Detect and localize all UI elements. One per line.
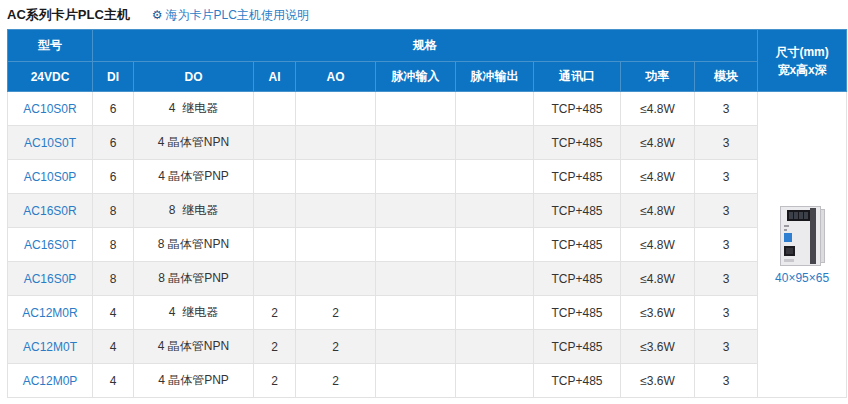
cell-model: AC10S0P [8, 160, 93, 194]
header-pulse-in: 脉冲输入 [376, 62, 456, 92]
model-link[interactable]: AC16S0T [24, 238, 76, 252]
cell-model: AC12M0R [8, 296, 93, 330]
usage-doc-link-label: 海为卡片PLC主机使用说明 [166, 7, 309, 24]
cell-do: 4 晶体管NPN [134, 330, 254, 364]
cell-ao [296, 194, 376, 228]
cell-power: ≤4.8W [621, 92, 695, 126]
cell-di: 8 [93, 194, 134, 228]
cell-ai: 2 [254, 296, 296, 330]
cell-comm: TCP+485 [534, 92, 621, 126]
cell-ai: 2 [254, 364, 296, 398]
cell-di: 4 [93, 364, 134, 398]
cell-di: 4 [93, 296, 134, 330]
cell-model: AC12M0T [8, 330, 93, 364]
header-do: DO [134, 62, 254, 92]
cell-do: 4 晶体管NPN [134, 126, 254, 160]
page-title: AC系列卡片PLC主机 [7, 6, 130, 24]
header-ao: AO [296, 62, 376, 92]
cell-model: AC16S0P [8, 262, 93, 296]
cell-ai [254, 126, 296, 160]
cell-di: 8 [93, 262, 134, 296]
cell-ai [254, 194, 296, 228]
header-ai: AI [254, 62, 296, 92]
cell-power: ≤3.6W [621, 364, 695, 398]
cell-model: AC10S0R [8, 92, 93, 126]
cell-ao [296, 160, 376, 194]
cell-ao: 2 [296, 364, 376, 398]
header-dimension: 尺寸(mm) 宽x高x深 [758, 30, 847, 92]
cell-comm: TCP+485 [534, 160, 621, 194]
cell-pulse-in [376, 160, 456, 194]
cell-module: 3 [695, 262, 758, 296]
plc-product-image [758, 205, 846, 267]
cell-ai [254, 228, 296, 262]
cell-do: 8 继电器 [134, 194, 254, 228]
gear-icon: ⚙ [152, 9, 163, 21]
cell-ao: 2 [296, 296, 376, 330]
cell-module: 3 [695, 194, 758, 228]
cell-do: 4 继电器 [134, 296, 254, 330]
topbar: AC系列卡片PLC主机 ⚙ 海为卡片PLC主机使用说明 [0, 0, 848, 29]
cell-power: ≤4.8W [621, 126, 695, 160]
model-link[interactable]: AC12M0R [22, 306, 77, 320]
cell-ai [254, 160, 296, 194]
model-link[interactable]: AC16S0P [24, 272, 77, 286]
cell-pulse-in [376, 296, 456, 330]
cell-comm: TCP+485 [534, 364, 621, 398]
header-module: 模块 [695, 62, 758, 92]
cell-model: AC10S0T [8, 126, 93, 160]
cell-pulse-in [376, 262, 456, 296]
header-24vdc: 24VDC [8, 62, 93, 92]
cell-pulse-in [376, 126, 456, 160]
table-row: AC12M0R 4 4 继电器 2 2 TCP+485 ≤3.6W 3 [8, 296, 847, 330]
table-row: AC16S0P 8 8 晶体管PNP TCP+485 ≤4.8W 3 [8, 262, 847, 296]
cell-module: 3 [695, 92, 758, 126]
cell-pulse-in [376, 364, 456, 398]
cell-ai [254, 262, 296, 296]
header-spec: 规格 [93, 30, 758, 62]
cell-module: 3 [695, 160, 758, 194]
cell-pulse-in [376, 92, 456, 126]
model-link[interactable]: AC10S0T [24, 136, 76, 150]
spec-table: 型号 规格 尺寸(mm) 宽x高x深 24VDC DI DO AI AO 脉冲输… [7, 29, 847, 398]
table-row: AC10S0T 6 4 晶体管NPN TCP+485 ≤4.8W 3 [8, 126, 847, 160]
cell-pulse-out [456, 228, 534, 262]
cell-power: ≤4.8W [621, 228, 695, 262]
cell-power: ≤4.8W [621, 262, 695, 296]
table-row: AC12M0P 4 4 晶体管PNP 2 2 TCP+485 ≤3.6W 3 [8, 364, 847, 398]
cell-do: 4 晶体管PNP [134, 160, 254, 194]
cell-pulse-out [456, 296, 534, 330]
model-link[interactable]: AC12M0P [23, 374, 78, 388]
model-link[interactable]: AC10S0R [23, 102, 76, 116]
cell-power: ≤4.8W [621, 194, 695, 228]
cell-ao [296, 228, 376, 262]
model-link[interactable]: AC10S0P [24, 170, 77, 184]
cell-module: 3 [695, 228, 758, 262]
cell-ao [296, 262, 376, 296]
cell-di: 4 [93, 330, 134, 364]
cell-pulse-out [456, 262, 534, 296]
model-link[interactable]: AC12M0T [23, 340, 77, 354]
dimension-value: 40×95×65 [758, 271, 846, 285]
table-row: AC10S0R 6 4 继电器 TCP+485 ≤4.8W 3 [8, 92, 847, 126]
cell-pulse-in [376, 330, 456, 364]
header-dimension-line2: 宽x高x深 [758, 61, 846, 79]
cell-di: 6 [93, 92, 134, 126]
spec-table-body: AC10S0R 6 4 继电器 TCP+485 ≤4.8W 3 [8, 92, 847, 398]
model-link[interactable]: AC16S0R [23, 204, 76, 218]
cell-ao: 2 [296, 330, 376, 364]
cell-pulse-in [376, 194, 456, 228]
cell-do: 4 晶体管PNP [134, 364, 254, 398]
cell-model: AC12M0P [8, 364, 93, 398]
cell-comm: TCP+485 [534, 228, 621, 262]
cell-ai: 2 [254, 330, 296, 364]
table-row: AC16S0R 8 8 继电器 TCP+485 ≤4.8W 3 [8, 194, 847, 228]
usage-doc-link[interactable]: ⚙ 海为卡片PLC主机使用说明 [152, 7, 309, 24]
cell-power: ≤4.8W [621, 160, 695, 194]
cell-di: 6 [93, 126, 134, 160]
cell-model: AC16S0R [8, 194, 93, 228]
cell-pulse-out [456, 364, 534, 398]
cell-module: 3 [695, 364, 758, 398]
cell-do: 8 晶体管PNP [134, 262, 254, 296]
cell-pulse-out [456, 92, 534, 126]
